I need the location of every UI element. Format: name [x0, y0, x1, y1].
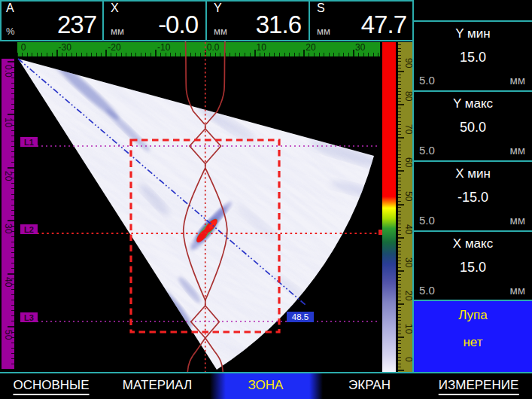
readout-label: Y [214, 2, 222, 15]
ruler-tick [398, 314, 401, 315]
ruler-tick [398, 334, 401, 334]
readout-value: -0.0 [158, 11, 198, 39]
ruler-tick [398, 300, 401, 301]
readout-label: X [111, 2, 119, 15]
ruler-tick [398, 128, 401, 129]
ruler-tick [398, 320, 401, 321]
svg-text:48.5: 48.5 [292, 312, 309, 321]
amplitude-colorbar [382, 42, 396, 372]
main-menu-bar: ОСНОВНЫЕ МАТЕРИАЛ ЗОНА ЭКРАН ИЗМЕРЕНИЕ [0, 373, 532, 399]
param-y-min[interactable]: Y мин 15.0 5.0 мм [414, 22, 532, 91]
ruler-tick [398, 284, 401, 285]
divider [0, 0, 2, 41]
ruler-tick [398, 75, 401, 75]
ruler-tick [398, 247, 401, 248]
gate-markers: L1 L2 L3 [20, 137, 38, 322]
amplitude-ruler: 9080706050403020100 [398, 42, 412, 372]
ruler-tick [398, 145, 401, 145]
divider [309, 0, 310, 41]
ruler-tick [398, 224, 401, 224]
param-title: Y мин [414, 26, 532, 41]
divider [205, 0, 207, 41]
ruler-tick [398, 68, 401, 69]
divider [414, 230, 532, 232]
ruler-tick [398, 58, 401, 59]
ruler-tick [398, 187, 401, 188]
menu-item-ekran[interactable]: ЭКРАН [348, 378, 391, 393]
readout-unit: мм [317, 26, 330, 37]
gate-marker-l1: L1 [24, 138, 34, 147]
ruler-label: 40 [403, 224, 412, 234]
param-x-max[interactable]: X макс 15.0 5.0 мм [414, 232, 532, 301]
menu-item-osnovnye[interactable]: ОСНОВНЫЕ [13, 378, 89, 395]
divider [414, 20, 532, 22]
menu-item-izmerenie[interactable]: ИЗМЕРЕНИЕ [439, 378, 519, 395]
ruler-tick [398, 267, 401, 268]
ruler-tick [398, 244, 401, 245]
param-title: X мин [414, 166, 532, 181]
param-x-min[interactable]: X мин -15.0 5.0 мм [414, 162, 532, 231]
zoom-value: нет [414, 335, 532, 350]
ruler-label: 70 [403, 124, 412, 134]
ruler-tick [398, 214, 401, 215]
ruler-tick [398, 211, 401, 212]
param-y-max[interactable]: Y макс 50.0 5.0 мм [414, 92, 532, 161]
ruler-tick [398, 181, 401, 181]
param-value: -15.0 [414, 190, 532, 206]
divider [414, 90, 532, 92]
ruler-tick [398, 174, 401, 175]
readout-unit: мм [111, 26, 124, 37]
ruler-tick [398, 111, 401, 112]
menu-item-material[interactable]: МАТЕРИАЛ [123, 378, 192, 393]
menu-item-zona[interactable]: ЗОНА [248, 378, 284, 393]
ruler-label: 10 [403, 324, 412, 334]
ruler-tick [398, 137, 404, 139]
param-step: 5.0 [419, 284, 435, 297]
ruler-tick [398, 91, 401, 92]
readout-label: A [6, 2, 14, 15]
sector-scan-view[interactable]: 0-30-20-100.0102030 0.01020304050 [0, 41, 412, 372]
ruler-tick [398, 51, 401, 52]
ruler-label: 30 [403, 257, 412, 267]
ruler-tick [398, 108, 401, 108]
ruler-tick [398, 84, 401, 85]
ruler-label: 0 [403, 357, 412, 362]
ruler-tick [398, 104, 404, 105]
ruler-tick [398, 78, 401, 78]
ruler-tick [398, 270, 404, 272]
param-value: 50.0 [414, 120, 532, 136]
ruler-tick [398, 194, 401, 195]
ruler-tick [398, 263, 401, 264]
gate-marker-l2: L2 [24, 225, 34, 234]
ruler-tick [398, 184, 401, 185]
ruler-tick [398, 55, 401, 56]
param-value: 15.0 [414, 260, 532, 276]
ruler-tick [398, 287, 401, 288]
sector-wedge [0, 41, 412, 372]
param-unit: мм [509, 144, 525, 157]
ruler-tick [398, 330, 401, 331]
ruler-tick [398, 254, 401, 254]
ruler-tick [398, 88, 401, 89]
param-unit: мм [509, 214, 525, 227]
ruler-tick [398, 65, 401, 65]
param-unit: мм [509, 284, 525, 297]
ruler-label: 20 [403, 291, 412, 300]
ruler-tick [398, 71, 404, 72]
ruler-tick [398, 197, 401, 198]
ruler-tick [398, 324, 401, 324]
ruler-tick [398, 251, 401, 251]
ruler-tick [398, 347, 401, 348]
readout-value: 237 [57, 11, 96, 39]
ruler-label: 80 [403, 91, 412, 101]
zoom-panel[interactable]: Лупа нет [414, 301, 532, 372]
ruler-tick [398, 154, 401, 155]
param-step: 5.0 [419, 74, 435, 87]
ruler-tick [398, 157, 401, 158]
ruler-tick [398, 350, 401, 351]
ruler-tick [398, 218, 401, 218]
ruler-tick [398, 178, 401, 178]
ruler-tick [398, 61, 401, 62]
ruler-tick [398, 364, 401, 364]
zoom-title: Лупа [414, 308, 532, 323]
